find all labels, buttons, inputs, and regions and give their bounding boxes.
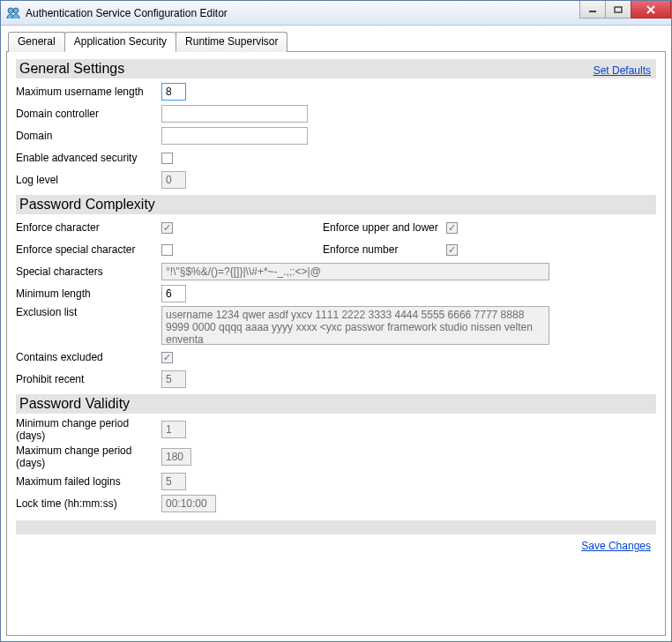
domain-label: Domain (16, 130, 161, 142)
save-changes-link[interactable]: Save Changes (581, 540, 651, 552)
enable-advanced-checkbox[interactable] (161, 153, 173, 164)
enforce-char-checkbox[interactable]: ✓ (161, 222, 173, 234)
prohibit-recent-input[interactable] (161, 370, 186, 388)
close-button[interactable] (631, 1, 671, 19)
app-icon (6, 6, 20, 20)
log-level-label: Log level (16, 174, 161, 186)
min-length-label: Minimum length (16, 287, 161, 300)
section-header-validity: Password Validity (16, 394, 656, 414)
tab-panel-application-security: Set Defaults General Settings Maximum us… (6, 51, 666, 636)
enforce-upper-lower-label: Enforce upper and lower (323, 221, 446, 234)
max-change-label: Maximum change period (days) (16, 444, 161, 469)
max-change-input[interactable] (161, 448, 191, 466)
special-chars-input[interactable] (161, 263, 549, 280)
max-username-label: Maximum username length (16, 86, 161, 98)
enforce-number-checkbox[interactable]: ✓ (446, 244, 458, 256)
window-title: Authentication Service Configuration Edi… (26, 7, 580, 19)
svg-rect-2 (589, 11, 596, 12)
enforce-number-label: Enforce number (323, 243, 446, 256)
max-failed-input[interactable] (161, 473, 186, 490)
contains-excluded-checkbox[interactable]: ✓ (161, 352, 173, 363)
enforce-char-label: Enforce character (16, 221, 161, 234)
lock-time-label: Lock time (hh:mm:ss) (16, 497, 161, 510)
domain-input[interactable] (161, 127, 308, 145)
titlebar[interactable]: Authentication Service Configuration Edi… (1, 1, 671, 26)
tab-application-security[interactable]: Application Security (64, 32, 176, 52)
window-controls (580, 1, 671, 25)
contains-excluded-label: Contains excluded (16, 351, 161, 363)
exclusion-list-textarea[interactable] (161, 306, 549, 345)
tabstrip: General Application Security Runtime Sup… (6, 31, 666, 51)
minimize-button[interactable] (579, 1, 606, 19)
prohibit-recent-label: Prohibit recent (16, 373, 161, 385)
domain-controller-label: Domain controller (16, 108, 161, 120)
domain-controller-input[interactable] (161, 105, 308, 123)
min-length-input[interactable] (161, 285, 186, 302)
set-defaults-link[interactable]: Set Defaults (594, 64, 651, 77)
client-area: General Application Security Runtime Sup… (1, 26, 671, 641)
tab-runtime-supervisor[interactable]: Runtime Supervisor (175, 32, 287, 52)
section-header-complexity: Password Complexity (16, 195, 656, 214)
tab-general[interactable]: General (8, 32, 65, 52)
enforce-special-checkbox[interactable] (161, 244, 173, 256)
enforce-special-label: Enforce special character (16, 243, 161, 256)
enforce-upper-lower-checkbox[interactable]: ✓ (446, 222, 458, 234)
svg-rect-3 (615, 7, 622, 12)
max-failed-label: Maximum failed logins (16, 475, 161, 488)
svg-point-0 (8, 8, 13, 13)
special-chars-label: Special characters (16, 265, 161, 278)
min-change-label: Minimum change period (days) (16, 417, 161, 442)
svg-point-1 (13, 8, 19, 13)
section-header-general: General Settings (16, 59, 656, 78)
app-window: Authentication Service Configuration Edi… (0, 0, 672, 642)
min-change-input[interactable] (161, 421, 186, 438)
footer-spacer (16, 520, 656, 534)
max-username-input[interactable] (161, 83, 186, 101)
enable-advanced-label: Enable advanced security (16, 152, 161, 164)
maximize-button[interactable] (605, 1, 631, 19)
exclusion-list-label: Exclusion list (16, 306, 161, 318)
lock-time-input[interactable] (161, 495, 216, 512)
log-level-input[interactable] (161, 171, 186, 189)
